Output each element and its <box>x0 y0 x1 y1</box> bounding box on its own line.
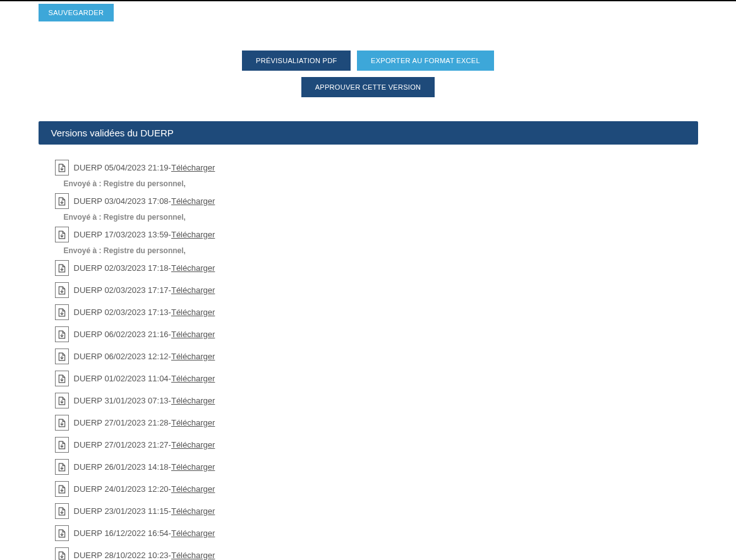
version-label: DUERP 28/10/2022 10:23 <box>74 551 169 560</box>
download-link[interactable]: Télécharger <box>171 196 215 206</box>
version-row: DUERP 02/03/2023 17:18 - Télécharger <box>55 259 682 277</box>
pdf-icon <box>55 260 69 276</box>
download-link[interactable]: Télécharger <box>171 396 215 405</box>
download-link[interactable]: Télécharger <box>171 230 215 239</box>
download-link[interactable]: Télécharger <box>171 462 215 472</box>
action-button-row-2: APPROUVER CETTE VERSION <box>39 77 698 97</box>
pdf-icon <box>55 349 69 364</box>
pdf-icon <box>55 371 69 386</box>
action-button-row-1: PRÉVISUALIATION PDF EXPORTER AU FORMAT E… <box>39 51 698 71</box>
download-link[interactable]: Télécharger <box>171 307 215 317</box>
pdf-icon <box>55 193 69 209</box>
version-label: DUERP 17/03/2023 13:59 <box>74 230 169 239</box>
version-row: DUERP 27/01/2023 21:28 - Télécharger <box>55 414 682 432</box>
download-link[interactable]: Télécharger <box>171 285 215 295</box>
version-row: DUERP 16/12/2022 16:54 - Télécharger <box>55 524 682 542</box>
version-label: DUERP 24/01/2023 12:20 <box>74 484 169 494</box>
version-row: DUERP 23/01/2023 11:15 - Télécharger <box>55 502 682 520</box>
version-row: DUERP 02/03/2023 17:13 - Télécharger <box>55 303 682 321</box>
pdf-icon <box>55 326 69 342</box>
version-row: DUERP 05/04/2023 21:19 - Télécharger <box>55 158 682 177</box>
version-label: DUERP 01/02/2023 11:04 <box>74 374 169 383</box>
download-link[interactable]: Télécharger <box>171 263 215 273</box>
download-link[interactable]: Télécharger <box>171 374 215 383</box>
version-label: DUERP 27/01/2023 21:27 <box>74 440 169 450</box>
version-row: DUERP 31/01/2023 07:13 - Télécharger <box>55 391 682 410</box>
version-row: DUERP 02/03/2023 17:17 - Télécharger <box>55 281 682 299</box>
download-link[interactable]: Télécharger <box>171 506 215 516</box>
version-row: DUERP 03/04/2023 17:08 - Télécharger <box>55 192 682 210</box>
save-button[interactable]: SAUVEGARDER <box>39 4 114 21</box>
version-row: DUERP 17/03/2023 13:59 - Télécharger <box>55 225 682 244</box>
pdf-icon <box>55 503 69 519</box>
version-row: DUERP 06/02/2023 21:16 - Télécharger <box>55 325 682 343</box>
version-label: DUERP 16/12/2022 16:54 <box>74 528 169 538</box>
version-row: DUERP 26/01/2023 14:18 - Télécharger <box>55 458 682 476</box>
download-link[interactable]: Télécharger <box>171 330 215 339</box>
download-link[interactable]: Télécharger <box>171 484 215 494</box>
sent-to-line: Envoyé à : Registre du personnel, <box>64 179 682 188</box>
version-label: DUERP 03/04/2023 17:08 <box>74 196 169 206</box>
version-row: DUERP 24/01/2023 12:20 - Télécharger <box>55 480 682 498</box>
version-row: DUERP 28/10/2022 10:23 - Télécharger <box>55 546 682 560</box>
version-label: DUERP 05/04/2023 21:19 <box>74 163 169 172</box>
pdf-icon <box>55 282 69 298</box>
pdf-icon <box>55 481 69 497</box>
version-label: DUERP 23/01/2023 11:15 <box>74 506 169 516</box>
version-label: DUERP 27/01/2023 21:28 <box>74 418 169 427</box>
version-label: DUERP 31/01/2023 07:13 <box>74 396 169 405</box>
pdf-icon <box>55 459 69 475</box>
download-link[interactable]: Télécharger <box>171 418 215 427</box>
pdf-icon <box>55 393 69 408</box>
export-excel-button[interactable]: EXPORTER AU FORMAT EXCEL <box>357 51 494 71</box>
version-label: DUERP 02/03/2023 17:18 <box>74 263 169 273</box>
approve-version-button[interactable]: APPROUVER CETTE VERSION <box>301 77 435 97</box>
pdf-icon <box>55 547 69 560</box>
download-link[interactable]: Télécharger <box>171 551 215 560</box>
download-link[interactable]: Télécharger <box>171 352 215 361</box>
versions-list: DUERP 05/04/2023 21:19 - TéléchargerEnvo… <box>39 145 698 560</box>
version-label: DUERP 02/03/2023 17:17 <box>74 285 169 295</box>
version-label: DUERP 26/01/2023 14:18 <box>74 462 169 472</box>
pdf-icon <box>55 304 69 320</box>
version-row: DUERP 06/02/2023 12:12 - Télécharger <box>55 347 682 366</box>
pdf-icon <box>55 227 69 242</box>
download-link[interactable]: Télécharger <box>171 440 215 450</box>
version-row: DUERP 01/02/2023 11:04 - Télécharger <box>55 369 682 388</box>
version-label: DUERP 06/02/2023 12:12 <box>74 352 169 361</box>
pdf-icon <box>55 160 69 176</box>
version-label: DUERP 02/03/2023 17:13 <box>74 307 169 317</box>
sent-to-line: Envoyé à : Registre du personnel, <box>64 246 682 255</box>
version-label: DUERP 06/02/2023 21:16 <box>74 330 169 339</box>
main-content: SAUVEGARDER PRÉVISUALIATION PDF EXPORTER… <box>39 1 698 560</box>
pdf-icon <box>55 525 69 541</box>
versions-section-header: Versions validées du DUERP <box>39 121 698 145</box>
sent-to-line: Envoyé à : Registre du personnel, <box>64 213 682 222</box>
download-link[interactable]: Télécharger <box>171 528 215 538</box>
pdf-icon <box>55 415 69 431</box>
pdf-icon <box>55 437 69 453</box>
version-row: DUERP 27/01/2023 21:27 - Télécharger <box>55 436 682 454</box>
preview-pdf-button[interactable]: PRÉVISUALIATION PDF <box>242 51 351 71</box>
download-link[interactable]: Télécharger <box>171 163 215 172</box>
